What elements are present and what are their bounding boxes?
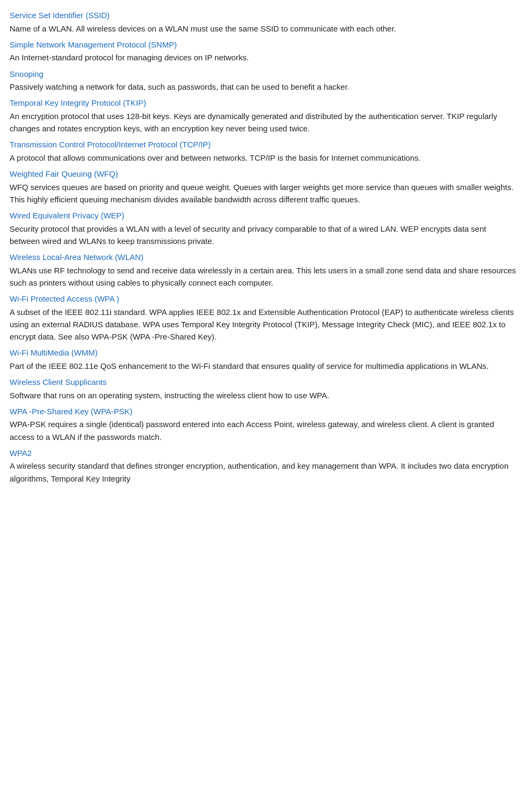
term-body-wmm: Part of the IEEE 802.11e QoS enhancement… xyxy=(10,360,517,372)
term-body-snmp: An Internet-standard protocol for managi… xyxy=(10,51,517,64)
term-title-ssid: Service Set Identifier (SSID) xyxy=(10,10,517,22)
term-body-wcs: Software that runs on an operating syste… xyxy=(10,389,517,401)
term-title-wcs: Wireless Client Supplicants xyxy=(10,376,517,389)
term-title-wlan: Wireless Local-Area Network (WLAN) xyxy=(10,251,517,264)
term-title-wmm: Wi-Fi MultiMedia (WMM) xyxy=(10,347,517,359)
term-body-wep: Security protocol that provides a WLAN w… xyxy=(10,223,517,248)
terms-container: Service Set Identifier (SSID)Name of a W… xyxy=(10,10,517,485)
term-title-wpa2: WPA2 xyxy=(10,447,517,460)
term-body-wpa: A subset of the IEEE 802.11i standard. W… xyxy=(10,306,517,343)
term-body-ssid: Name of a WLAN. All wireless devices on … xyxy=(10,22,517,35)
term-title-wpa: Wi-Fi Protected Access (WPA ) xyxy=(10,293,517,305)
term-title-tkip: Temporal Key Integrity Protocol (TKIP) xyxy=(10,97,517,109)
term-body-wpa2: A wireless security standard that define… xyxy=(10,460,517,485)
term-title-snooping: Snooping xyxy=(10,68,517,81)
term-body-snooping: Passively watching a network for data, s… xyxy=(10,81,517,93)
term-body-wlan: WLANs use RF technology to send and rece… xyxy=(10,264,517,289)
term-body-wfq: WFQ services queues are based on priorit… xyxy=(10,181,517,206)
term-title-wpapsk: WPA -Pre-Shared Key (WPA-PSK) xyxy=(10,406,517,418)
term-title-wfq: Weighted Fair Queuing (WFQ) xyxy=(10,168,517,180)
term-body-wpapsk: WPA-PSK requires a single (identical) pa… xyxy=(10,418,517,443)
term-title-wep: Wired Equivalent Privacy (WEP) xyxy=(10,210,517,222)
term-body-tkip: An encryption protocol that uses 128-bit… xyxy=(10,110,517,135)
term-title-tcpip: Transmission Control Protocol/Internet P… xyxy=(10,139,517,151)
term-body-tcpip: A protocol that allows communications ov… xyxy=(10,152,517,164)
term-title-snmp: Simple Network Management Protocol (SNMP… xyxy=(10,39,517,51)
